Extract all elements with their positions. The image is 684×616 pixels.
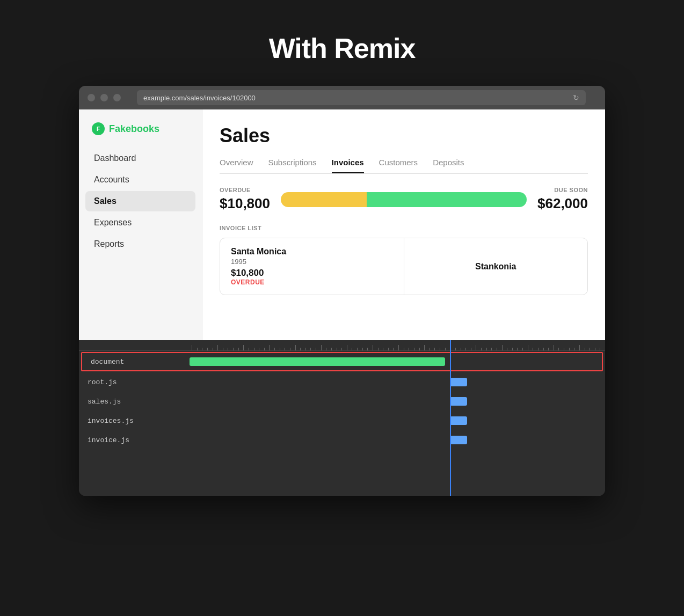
timeline-ruler	[79, 340, 605, 351]
timeline-bar-4	[450, 436, 467, 444]
progress-yellow-segment	[281, 192, 367, 207]
progress-green-segment	[367, 192, 527, 207]
timeline-bar-3	[450, 416, 467, 425]
sidebar: F Fakebooks Dashboard Accounts Sales Exp…	[79, 109, 202, 340]
invoice-cards: Santa Monica 1995 $10,800 OVERDUE Stanko…	[220, 238, 588, 295]
due-soon-value: $62,000	[537, 195, 588, 212]
timeline-label-4: invoice.js	[79, 436, 186, 444]
invoice-name-1: Santa Monica	[231, 247, 393, 256]
timeline-row-1: root.js	[79, 372, 605, 392]
tab-subscriptions[interactable]: Subscriptions	[268, 158, 317, 173]
due-soon-label: DUE SOON	[537, 187, 588, 193]
overdue-value: $10,800	[220, 195, 270, 212]
timeline-label-2: sales.js	[79, 398, 186, 406]
tab-overview[interactable]: Overview	[220, 158, 253, 173]
timeline-bar-area-2	[186, 392, 605, 411]
timeline-row-0: document	[81, 352, 603, 371]
timeline-bar-0	[190, 357, 445, 366]
sidebar-item-reports[interactable]: Reports	[85, 234, 195, 254]
app-content: F Fakebooks Dashboard Accounts Sales Exp…	[79, 109, 605, 340]
sales-heading: Sales	[220, 124, 588, 147]
logo-icon: F	[92, 122, 105, 135]
tab-deposits[interactable]: Deposits	[433, 158, 464, 173]
reload-icon[interactable]: ↻	[573, 93, 579, 102]
timeline-row-3: invoices.js	[79, 411, 605, 430]
tab-invoices[interactable]: Invoices	[332, 158, 364, 173]
stats-row: OVERDUE $10,800 DUE SOON $62,000	[220, 187, 588, 212]
timeline-row-2: sales.js	[79, 392, 605, 411]
window-dot-red	[88, 94, 95, 101]
invoice-name-2: Stankonia	[475, 262, 516, 272]
invoice-card-santa-monica[interactable]: Santa Monica 1995 $10,800 OVERDUE	[220, 238, 404, 295]
timeline-bar-area-0	[190, 353, 602, 370]
invoice-status-1: OVERDUE	[231, 278, 393, 286]
sidebar-item-sales[interactable]: Sales	[85, 191, 195, 211]
overdue-stat: OVERDUE $10,800	[220, 187, 270, 212]
progress-bar	[281, 192, 527, 207]
tabs-bar: Overview Subscriptions Invoices Customer…	[220, 158, 588, 174]
main-content: Sales Overview Subscriptions Invoices Cu…	[202, 109, 605, 340]
page-title: With Remix	[269, 32, 416, 64]
sidebar-item-expenses[interactable]: Expenses	[85, 212, 195, 233]
browser-window: example.com/sales/invoices/102000 ↻ F Fa…	[79, 86, 605, 496]
invoice-amount-1: $10,800	[231, 268, 393, 278]
browser-titlebar: example.com/sales/invoices/102000 ↻	[79, 86, 605, 109]
invoice-list-label: INVOICE LIST	[220, 225, 588, 231]
timeline-row-4: invoice.js	[79, 430, 605, 450]
timeline-bar-2	[450, 397, 467, 406]
timeline-label-1: root.js	[79, 378, 186, 386]
ruler-ticks	[192, 340, 605, 350]
window-dot-yellow	[100, 94, 108, 101]
timeline-bar-1	[450, 378, 467, 386]
sidebar-logo: F Fakebooks	[79, 122, 202, 148]
timeline-bar-area-4	[186, 430, 605, 450]
timeline-cursor	[450, 340, 451, 496]
url-text: example.com/sales/invoices/102000	[143, 94, 256, 102]
window-dot-green	[113, 94, 121, 101]
timeline-label-0: document	[82, 358, 190, 366]
due-soon-stat: DUE SOON $62,000	[537, 187, 588, 212]
address-bar[interactable]: example.com/sales/invoices/102000 ↻	[137, 90, 586, 105]
sidebar-item-accounts[interactable]: Accounts	[85, 170, 195, 190]
sidebar-item-dashboard[interactable]: Dashboard	[85, 148, 195, 168]
network-panel: documentroot.jssales.jsinvoices.jsinvoic…	[79, 340, 605, 496]
tab-customers[interactable]: Customers	[379, 158, 418, 173]
timeline-bar-area-3	[186, 411, 605, 430]
invoice-year-1: 1995	[231, 258, 393, 266]
sidebar-nav: Dashboard Accounts Sales Expenses Report…	[79, 148, 202, 254]
timeline-bar-area-1	[186, 372, 605, 392]
logo-text: Fakebooks	[109, 123, 159, 135]
svg-text:F: F	[97, 126, 100, 132]
overdue-label: OVERDUE	[220, 187, 270, 193]
invoice-card-stankonia[interactable]: Stankonia	[404, 238, 588, 295]
timeline-content: documentroot.jssales.jsinvoices.jsinvoic…	[79, 351, 605, 450]
timeline-label-3: invoices.js	[79, 417, 186, 425]
